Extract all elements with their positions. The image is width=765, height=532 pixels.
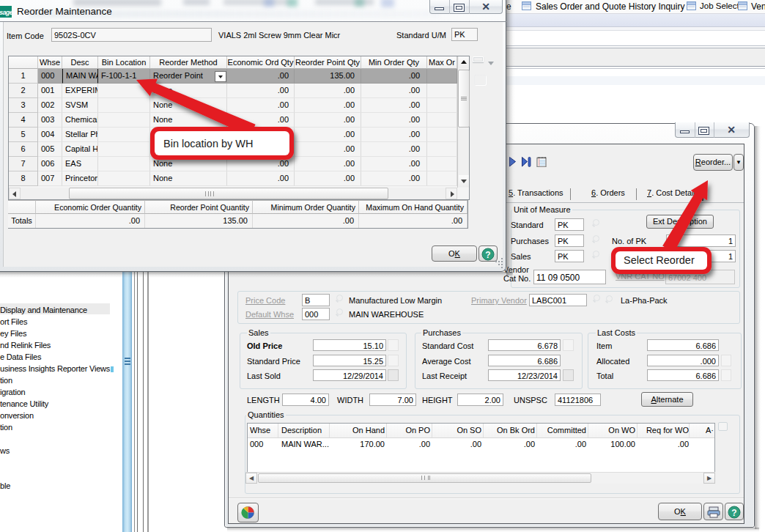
svg-text:Bin location by WH: Bin location by WH [163, 138, 254, 149]
svg-text:Select Reorder: Select Reorder [624, 254, 695, 266]
